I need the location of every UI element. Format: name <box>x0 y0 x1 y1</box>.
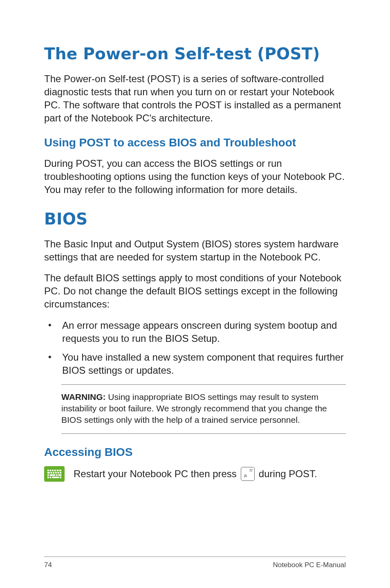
manual-page: The Power-on Self-test (POST) The Power-… <box>0 0 390 588</box>
keyboard-icon <box>44 466 65 482</box>
footer-label: Notebook PC E-Manual <box>273 561 346 569</box>
page-footer: 74 Notebook PC E-Manual <box>44 557 346 569</box>
body-paragraph: The Power-on Self-test (POST) is a serie… <box>44 72 346 125</box>
svg-rect-15 <box>58 474 62 476</box>
svg-rect-4 <box>57 470 58 471</box>
accessing-suffix: during POST. <box>259 467 317 480</box>
svg-rect-1 <box>50 470 52 471</box>
svg-rect-2 <box>52 470 54 471</box>
svg-rect-3 <box>54 470 56 471</box>
svg-rect-7 <box>51 472 52 474</box>
svg-rect-11 <box>60 472 61 474</box>
svg-rect-13 <box>50 474 55 476</box>
warning-label: WARNING: <box>61 392 106 402</box>
wifi-icon <box>243 473 248 479</box>
svg-rect-10 <box>58 472 59 474</box>
svg-rect-16 <box>47 477 49 478</box>
subheading-accessing-bios: Accessing BIOS <box>44 445 346 459</box>
svg-rect-19 <box>60 477 61 478</box>
list-item: An error message appears onscreen during… <box>44 319 346 345</box>
f2-keycap-icon: f2 <box>241 467 255 481</box>
svg-rect-14 <box>56 474 58 476</box>
svg-point-20 <box>244 476 245 477</box>
body-paragraph: The Basic Input and Output System (BIOS)… <box>44 238 346 264</box>
svg-rect-8 <box>53 472 54 474</box>
body-paragraph: During POST, you can access the BIOS set… <box>44 157 346 196</box>
svg-rect-17 <box>50 477 52 478</box>
accessing-bios-text: Restart your Notebook PC then press f2 d… <box>74 467 317 481</box>
svg-rect-5 <box>59 470 61 471</box>
subheading-using-post: Using POST to access BIOS and Troublesho… <box>44 136 346 150</box>
warning-callout: WARNING: Using inappropriate BIOS settin… <box>61 384 346 434</box>
page-number: 74 <box>44 561 52 569</box>
list-item: You have installed a new system componen… <box>44 351 346 377</box>
heading-bios: BIOS <box>44 210 346 229</box>
accessing-prefix: Restart your Notebook PC then press <box>74 467 237 480</box>
svg-rect-6 <box>47 472 50 474</box>
bullet-list: An error message appears onscreen during… <box>44 319 346 377</box>
accessing-bios-row: Restart your Notebook PC then press f2 d… <box>44 466 346 482</box>
svg-rect-12 <box>47 474 49 476</box>
svg-rect-18 <box>52 477 59 478</box>
heading-post: The Power-on Self-test (POST) <box>44 45 346 63</box>
body-paragraph: The default BIOS settings apply to most … <box>44 272 346 311</box>
svg-rect-0 <box>47 470 49 471</box>
svg-rect-9 <box>55 472 57 474</box>
keycap-fn-label: f2 <box>249 468 253 473</box>
